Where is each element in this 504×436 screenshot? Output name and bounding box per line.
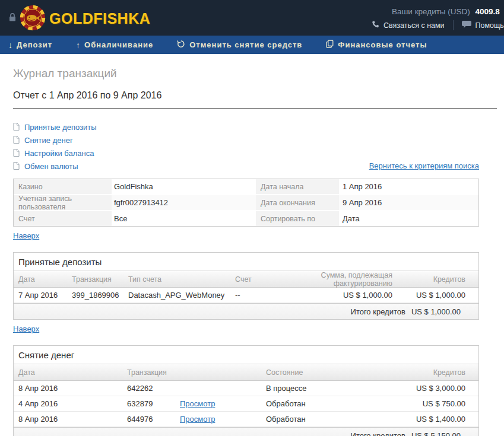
quick-links: Принятые депозиты Снятие денег Настройки… <box>13 123 479 171</box>
cell-transaction: 644976 <box>127 415 180 424</box>
contact-us-label: Связаться с нами <box>383 21 445 30</box>
cell-credits: US $ 3,000.00 <box>373 384 478 393</box>
cell-status: В процессе <box>266 384 373 393</box>
cell-transaction: 642262 <box>127 384 180 393</box>
main-content: Журнал транзакций Отчет с 1 Апр 2016 по … <box>0 67 504 436</box>
criteria-label: Учетная запись пользователя <box>14 195 112 210</box>
view-link[interactable]: Просмотр <box>180 415 215 424</box>
criteria-label: Сортировать по <box>256 211 339 226</box>
column-header-account-type: Тип счета <box>128 275 235 284</box>
arrow-down-icon: ↓ <box>8 40 12 50</box>
cell-date: 8 Апр 2016 <box>14 384 127 393</box>
top-header: GOLDFISHKA Ваши кредиты (USD) 4009.8 Свя… <box>0 0 504 36</box>
copy-pages-icon <box>326 40 334 50</box>
cell-credits: US $ 1,000.00 <box>392 291 478 300</box>
nav-item-cancel-withdrawal[interactable]: Отменить снятие средств <box>177 40 302 50</box>
nav-item-financial-reports[interactable]: Финансовые отчеты <box>326 40 427 50</box>
cell-account: -- <box>235 291 280 300</box>
quick-link-withdrawals[interactable]: Снятие денег <box>13 136 479 145</box>
deposit-row: 7 Апр 2016 399_1869906 Datacash_APG_WebM… <box>14 288 478 303</box>
nav-item-cashout[interactable]: ↑ Обналичивание <box>76 40 153 50</box>
total-label: Итого кредитов <box>351 307 405 316</box>
nav-deposit-label: Депозит <box>17 40 52 49</box>
column-header-credits: Кредитов <box>373 368 478 377</box>
criteria-table: Казино GoldFishka Дата начала 1 Апр 2016… <box>13 179 479 227</box>
criteria-row: Казино GoldFishka Дата начала 1 Апр 2016 <box>14 179 478 194</box>
criteria-row: Учетная запись пользователя fgfr00279134… <box>14 195 478 210</box>
quick-link-accepted-deposits[interactable]: Принятые депозиты <box>13 123 479 132</box>
withdrawals-total-row: Итого кредитов US $ 5,150.00 <box>14 427 478 436</box>
header-links: Связаться с нами Помощь в чате <box>372 20 504 30</box>
column-header-transaction: Транзакция <box>127 368 180 377</box>
phone-icon <box>372 21 379 30</box>
quick-link-label[interactable]: Снятие денег <box>24 136 73 145</box>
page-title: Журнал транзакций <box>13 67 504 80</box>
column-header-transaction: Транзакция <box>72 275 128 284</box>
cell-transaction: 632879 <box>127 399 180 408</box>
back-to-criteria-link[interactable]: Вернитесь к критериям поиска <box>369 161 479 170</box>
criteria-label: Казино <box>14 179 112 194</box>
header-divider <box>453 20 454 30</box>
chat-help-link[interactable]: Помощь в чате <box>462 21 504 30</box>
criteria-value: GoldFishka <box>112 179 256 194</box>
total-value: US $ 1,000.00 <box>411 307 461 316</box>
withdrawal-row: 4 Апр 2016 632879 Просмотр Обработан US … <box>14 396 478 412</box>
nav-bar: ↓ Депозит ↑ Обналичивание Отменить сняти… <box>0 36 504 54</box>
nav-cashout-label: Обналичивание <box>84 40 153 49</box>
cell-account-type: Datacash_APG_WebMoney <box>128 291 235 300</box>
deposits-column-headers: Дата Транзакция Тип счета Счет Сумма, по… <box>14 271 478 288</box>
lock-icon <box>8 12 17 24</box>
cell-credits: US $ 750.00 <box>373 399 478 408</box>
column-header-date: Дата <box>14 275 72 284</box>
cell-amount: US $ 1,000.00 <box>280 291 392 300</box>
cell-transaction: 399_1869906 <box>72 291 128 300</box>
column-header-amount: Сумма, подлежащая фактурированию <box>280 271 392 288</box>
cell-date: 7 Апр 2016 <box>14 291 72 300</box>
deposits-table-title: Принятые депозиты <box>14 253 478 271</box>
document-icon <box>13 162 20 171</box>
total-label: Итого кредитов <box>351 431 405 436</box>
criteria-value: Все <box>112 211 256 226</box>
column-header-credits: Кредитов <box>392 275 478 284</box>
document-icon <box>13 149 20 158</box>
withdrawals-column-headers: Дата Транзакция Состояние Кредитов <box>14 364 478 381</box>
view-link[interactable]: Просмотр <box>180 399 215 408</box>
criteria-value: Дата <box>339 211 478 226</box>
nav-financial-reports-label: Финансовые отчеты <box>338 40 427 49</box>
credits-value: 4009.8 <box>476 7 500 16</box>
document-icon <box>13 136 20 145</box>
cell-status: Обработан <box>266 399 373 408</box>
quick-link-balance-settings[interactable]: Настройки баланса <box>13 149 479 158</box>
deposits-table: Принятые депозиты Дата Транзакция Тип сч… <box>13 252 479 320</box>
quick-link-label[interactable]: Настройки баланса <box>24 149 94 158</box>
credits-label: Ваши кредиты (USD) <box>392 7 470 16</box>
quick-link-label[interactable]: Принятые депозиты <box>24 123 97 132</box>
total-value: US $ 5,150.00 <box>411 431 461 436</box>
contact-us-link[interactable]: Связаться с нами <box>372 21 445 30</box>
column-header-account: Счет <box>235 275 280 284</box>
casino-chip-icon <box>20 5 46 33</box>
quick-link-label[interactable]: Обмен валюты <box>24 162 78 171</box>
document-icon <box>13 123 20 132</box>
criteria-row: Счет Все Сортировать по Дата <box>14 211 478 226</box>
cell-date: 8 Апр 2016 <box>14 415 127 424</box>
deposits-total-row: Итого кредитов US $ 1,000.00 <box>14 303 478 319</box>
cell-credits: US $ 1,400.00 <box>373 415 478 424</box>
goldfishka-logo[interactable]: GOLDFISHKA <box>20 5 150 33</box>
criteria-label: Дата начала <box>256 179 339 194</box>
cell-date: 4 Апр 2016 <box>14 399 127 408</box>
back-to-top-link[interactable]: Наверх <box>13 324 39 333</box>
withdrawals-table-title: Снятие денег <box>14 346 478 364</box>
withdrawal-row: 8 Апр 2016 644976 Просмотр Обработан US … <box>14 412 478 427</box>
nav-item-deposit[interactable]: ↓ Депозит <box>8 40 52 50</box>
withdrawals-table: Снятие денег Дата Транзакция Состояние К… <box>13 345 479 436</box>
column-header-date: Дата <box>14 368 127 377</box>
cell-view: Просмотр <box>180 415 266 424</box>
criteria-value: 9 Апр 2016 <box>339 195 478 210</box>
cell-status: Обработан <box>266 415 373 424</box>
withdrawal-row: 8 Апр 2016 642262 В процессе US $ 3,000.… <box>14 381 478 396</box>
back-to-top-link[interactable]: Наверх <box>13 231 39 240</box>
undo-icon <box>177 40 185 50</box>
cell-view: Просмотр <box>180 399 266 408</box>
credits-display: Ваши кредиты (USD) 4009.8 <box>392 7 500 16</box>
